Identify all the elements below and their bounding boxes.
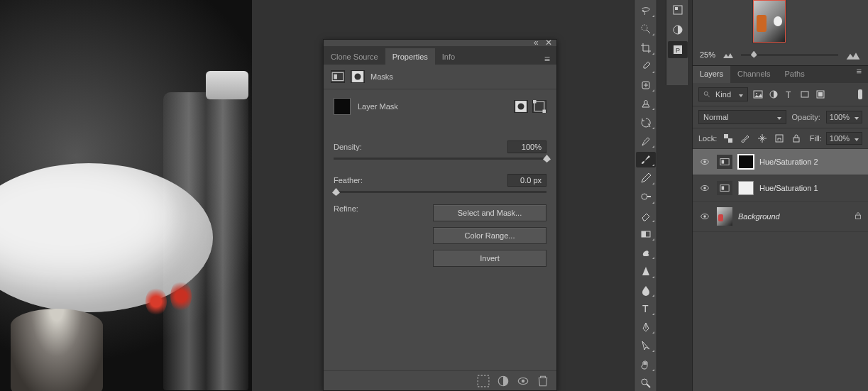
- navigator-thumbnail[interactable]: [753, 0, 786, 43]
- blur-tool-icon[interactable]: [636, 282, 656, 298]
- blend-mode-select[interactable]: Normal: [698, 110, 786, 124]
- load-selection-icon[interactable]: [477, 375, 490, 387]
- image-region: [145, 287, 167, 316]
- pencil-tool-icon[interactable]: [636, 170, 656, 186]
- feather-slider[interactable]: [334, 191, 546, 193]
- image-region: [206, 71, 248, 99]
- lock-position-icon[interactable]: [757, 133, 768, 144]
- lasso-tool-icon[interactable]: [636, 3, 656, 18]
- layer-thumbnail[interactable]: [717, 207, 732, 226]
- visibility-toggle-icon[interactable]: [698, 155, 711, 168]
- dodge-tool-icon[interactable]: [636, 189, 656, 204]
- lock-artboard-icon[interactable]: [774, 133, 785, 144]
- brush-tool-icon[interactable]: [636, 152, 656, 167]
- layer-hue-saturation-2[interactable]: Hue/Saturation 2: [693, 149, 868, 175]
- panel-menu-icon[interactable]: ≡: [539, 53, 556, 65]
- type-tool-icon[interactable]: T: [636, 301, 656, 316]
- paint-bucket-tool-icon[interactable]: [636, 133, 656, 149]
- layer-list: Hue/Saturation 2 Hue/Saturation 1 Backgr…: [693, 149, 868, 232]
- zoom-value[interactable]: 25%: [700, 50, 715, 59]
- filter-type-icon[interactable]: T: [784, 89, 795, 100]
- feather-label: Feather:: [334, 176, 363, 185]
- layer-hue-saturation-1[interactable]: Hue/Saturation 1: [693, 175, 868, 202]
- visibility-toggle-icon[interactable]: [698, 210, 711, 223]
- svg-rect-30: [801, 92, 808, 97]
- clone-stamp-tool-icon[interactable]: [636, 96, 656, 111]
- filter-toggle[interactable]: [858, 89, 862, 99]
- sharpen-tool-icon[interactable]: [636, 263, 656, 279]
- pixel-mask-icon[interactable]: [514, 100, 528, 113]
- tab-clone-source[interactable]: Clone Source: [324, 48, 385, 65]
- density-slider[interactable]: [334, 158, 546, 160]
- layer-background[interactable]: Background: [693, 202, 868, 232]
- density-value[interactable]: 100%: [507, 141, 546, 153]
- disable-mask-icon[interactable]: [517, 375, 529, 387]
- svg-point-25: [704, 92, 708, 95]
- lock-pixels-icon[interactable]: [740, 133, 751, 144]
- svg-point-12: [522, 379, 525, 382]
- zoom-in-icon[interactable]: [845, 49, 861, 60]
- svg-rect-47: [856, 215, 861, 219]
- crop-tool-icon[interactable]: [636, 40, 656, 55]
- svg-rect-32: [818, 92, 823, 97]
- healing-brush-tool-icon[interactable]: [636, 77, 656, 93]
- filter-pixel-icon[interactable]: [752, 89, 764, 100]
- path-selection-tool-icon[interactable]: [636, 338, 656, 353]
- filter-shape-icon[interactable]: [799, 89, 811, 100]
- select-and-mask-button[interactable]: Select and Mask...: [433, 204, 546, 221]
- layer-name[interactable]: Hue/Saturation 2: [759, 158, 862, 166]
- filter-smartobject-icon[interactable]: [815, 89, 826, 100]
- quick-selection-tool-icon[interactable]: [636, 21, 656, 37]
- adjustments-panel-icon[interactable]: [668, 21, 688, 38]
- slider-thumb-icon[interactable]: [543, 155, 551, 163]
- lock-transparency-icon[interactable]: [723, 133, 734, 144]
- fill-input[interactable]: 100%: [826, 132, 862, 145]
- gradient-tool-icon[interactable]: [636, 226, 656, 242]
- lock-all-icon[interactable]: [791, 133, 802, 144]
- masks-view-icon[interactable]: [351, 70, 365, 83]
- history-panel-icon[interactable]: [668, 1, 688, 18]
- filter-adjustment-icon[interactable]: [768, 89, 779, 100]
- trash-icon[interactable]: [537, 375, 549, 387]
- vector-mask-icon[interactable]: [532, 100, 546, 113]
- filter-kind-select[interactable]: Kind: [698, 87, 748, 101]
- layer-mask-thumbnail[interactable]: [334, 98, 351, 115]
- tab-info[interactable]: Info: [435, 48, 462, 65]
- tab-paths[interactable]: Paths: [778, 66, 812, 83]
- document-canvas[interactable]: [0, 0, 252, 391]
- eraser-tool-icon[interactable]: [636, 208, 656, 224]
- tab-layers[interactable]: Layers: [693, 66, 730, 83]
- tab-properties[interactable]: Properties: [385, 48, 435, 65]
- visibility-toggle-icon[interactable]: [698, 182, 711, 194]
- layer-mask-thumbnail[interactable]: [738, 181, 754, 195]
- invert-button[interactable]: Invert: [433, 250, 546, 267]
- opacity-label: Opacity:: [792, 113, 820, 121]
- feather-value[interactable]: 0.0 px: [507, 174, 546, 187]
- pen-tool-icon[interactable]: [636, 319, 656, 335]
- hand-tool-icon[interactable]: [636, 356, 656, 372]
- panel-close-icon[interactable]: ✕: [545, 40, 552, 47]
- slider-thumb-icon[interactable]: [751, 51, 757, 58]
- zoom-slider[interactable]: [741, 54, 838, 56]
- zoom-out-icon[interactable]: [723, 50, 734, 59]
- history-brush-tool-icon[interactable]: [636, 114, 656, 130]
- layer-name[interactable]: Background: [738, 212, 848, 221]
- eyedropper-tool-icon[interactable]: [636, 59, 656, 75]
- lock-icon[interactable]: [854, 211, 862, 221]
- adjustment-presets-icon[interactable]: [331, 70, 345, 83]
- opacity-input[interactable]: 100%: [826, 111, 862, 123]
- color-range-button[interactable]: Color Range...: [433, 227, 546, 244]
- panel-collapse-icon[interactable]: «: [534, 40, 541, 47]
- smudge-tool-icon[interactable]: [636, 245, 656, 260]
- slider-thumb-icon[interactable]: [332, 188, 340, 196]
- panel-menu-icon[interactable]: ≡: [850, 66, 868, 83]
- refine-label: Refine:: [334, 204, 358, 213]
- properties-panel-icon[interactable]: P: [668, 41, 688, 58]
- apply-mask-icon[interactable]: [497, 375, 510, 387]
- fill-value: 100%: [830, 134, 850, 143]
- layer-mask-thumbnail[interactable]: [738, 155, 754, 169]
- layer-name[interactable]: Hue/Saturation 1: [759, 184, 862, 192]
- zoom-tool-icon[interactable]: [636, 375, 656, 391]
- tab-channels[interactable]: Channels: [730, 66, 777, 83]
- svg-rect-9: [478, 375, 489, 387]
